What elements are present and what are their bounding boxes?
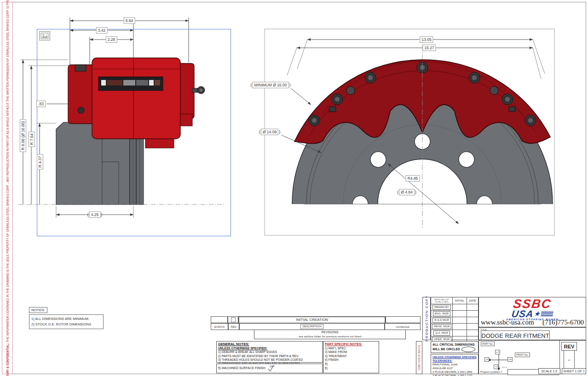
part-notes-title: PART SPECIFIC NOTES: [325, 342, 377, 347]
notes-title: NOTES: [29, 307, 47, 313]
axis-minus-y: -Y [494, 365, 498, 369]
paren-open: ( [87, 212, 89, 217]
paren-close: ) [101, 212, 102, 217]
general-notes-title: GENERAL NOTES: [218, 342, 321, 347]
dim-front-min-dia: ( MINIMUM Ø 16.00 ) [251, 82, 291, 88]
part-specific-notes: PART SPECIFIC NOTES: 1) MAT'L SPEC: 2) M… [323, 341, 379, 373]
engineering-drawing-page: 6.84 3.42 2.28 .83 R 8.00 (Ø 16.00) R 7.… [0, 0, 588, 376]
note-line-1: 1) ALL DIMENSIONS ARE MINIMUM. [31, 316, 101, 322]
dim-front-radius: R4.85 [406, 175, 420, 182]
dim-side-radius-inner: R 4.37 [37, 154, 43, 169]
approvals-initial-header: INITIAL [453, 297, 467, 304]
rev-date-value [386, 316, 421, 323]
print-no-label: PRINT No. [515, 353, 530, 357]
approval-row: Q.A. MGR [431, 330, 478, 336]
production-copy-strip: PRODUCTION COPY [422, 297, 431, 340]
approval-row: R & D MGR [431, 317, 478, 323]
rev-desc-value: INITIAL CREATION [238, 316, 386, 323]
rev-ecr-value [211, 316, 228, 323]
general-note-2: 2) PARTS MUST BE IDENTIFIED BY THEIR PAR… [218, 354, 321, 359]
axis-plus-x: +X [507, 357, 513, 362]
revisions-table: - INITIAL CREATION ECR/CA REV DESCRIPTIO… [211, 316, 421, 330]
project-location-label: Project Location > [480, 370, 502, 373]
note-line-2: 2) STOCK O.E. ROTOR DIMENSIONS [31, 322, 101, 327]
dim-front-width-overall: 15.27 [422, 45, 436, 51]
part-note-3: 3) TREATMENT: [325, 354, 377, 359]
critical-dims-box: ALL CRITICAL DIMENSIONS WILL BE CIRCLED [431, 341, 478, 353]
approval-initial-cell[interactable] [453, 324, 467, 330]
title-row: TITLE: DODGE REAR FITMENT [478, 327, 586, 340]
part-note-2: 2) MAKE FROM: [325, 350, 377, 354]
tolerance-2place: 2 PLACE DECIMAL ±.010 [.254] [432, 370, 477, 374]
part-note-1: 1) MAT'L SPEC: [325, 347, 377, 351]
approval-initial-cell[interactable] [453, 311, 467, 317]
rev-desc-header: DESCRIPTION [239, 323, 385, 330]
axes-widget: +Y -X +X -Y xxx-xx [484, 350, 516, 371]
general-note-1: 1) DEBURR & BREAK ALL SHARP EDGES [218, 350, 321, 354]
revisions-banner: REVISIONS - see archive folder for previ… [254, 330, 406, 339]
rev-rev-header: REV [228, 323, 239, 330]
approvals-date-header: DATE [467, 297, 478, 304]
rev-ecr-header: ECR/CA [211, 323, 228, 330]
rev-rev-value: - [228, 316, 238, 323]
dim-side-offset: .83 [36, 101, 46, 107]
sheet-box: SHEET 1 OF 1 [562, 368, 586, 374]
dim-front-rotor-dia: ( Ø 14.09 ) [259, 129, 280, 135]
approval-row: ENG. MGR [431, 310, 478, 317]
part-note-5: 5) [325, 362, 377, 366]
general-notes-subtitle: UNLESS OTHERWISE SPECIFIED: [218, 347, 321, 351]
tolerance-angular: ANGULAR ±1/2° [432, 366, 477, 370]
axis-code: xxx-xx [502, 366, 507, 368]
dim-side-radius-mid: R 7.64 [29, 131, 35, 147]
part-no-label: PART No. [481, 342, 495, 346]
approval-initial-cell[interactable] [453, 330, 467, 336]
tolerance-fractional: FRACTIONAL ±1/64 [432, 363, 477, 366]
axis-minus-x: -X [484, 357, 489, 362]
sheet-standard-strip: SSBC SIZE-B [REV-0] [416, 341, 422, 374]
logo-block: SSBC USA ★ AMERICAN STOPPING POWER www.s… [478, 297, 586, 327]
dim-side-half-width: 3.42 [96, 27, 108, 34]
revisions-banner-note: - see archive folder for previous revisi… [254, 334, 405, 338]
dim-front-width-caliper: 13.05 [420, 36, 433, 43]
logo-star-icon: ★ [534, 310, 541, 318]
approval-initial-cell[interactable] [453, 304, 467, 310]
rev-label-box: REV [561, 342, 577, 351]
part-note-4: 4) FINISH: [325, 358, 377, 362]
tolerances-box: UNLESS OTHERWISE SPECIFIED TOLERANCES: F… [431, 354, 478, 374]
dim-side-inner-width: 2.28 [106, 36, 117, 43]
general-notes: GENERAL NOTES: UNLESS OTHERWISE SPECIFIE… [216, 341, 323, 363]
approvals-table: -APPROVALS BY- -INITIAL & DATE- INITIAL … [431, 297, 478, 340]
general-note-3: 3) THREADED HOLES SHOULD NOT BE POWDER-C… [218, 358, 321, 362]
revisions-banner-title: REVISIONS [254, 330, 405, 334]
proprietary-strip: PROPRIETARY & CONFIDENTIAL: THE INFORMAT… [2, 2, 13, 374]
general-note-5: 5) MACHINED SURFACE FINISH: [218, 366, 266, 370]
rev-date-header: mo/da/year [385, 323, 421, 330]
rev-value-box: - [564, 350, 575, 369]
notes-body: 1) ALL DIMENSIONS ARE MINIMUM. 2) STOCK … [29, 314, 104, 329]
ssbc-usa-logo: USA ★ [478, 310, 587, 318]
image-placeholder-icon [39, 31, 50, 40]
speed-lines-icon [541, 312, 553, 316]
dim-front-center-dia: ( Ø 4.84 ) [397, 189, 416, 195]
general-notes-finish: 5) MACHINED SURFACE FINISH: 125 [216, 364, 323, 373]
approvals-note: -APPROVALS BY- -INITIAL & DATE- [431, 297, 453, 304]
proprietary-text: PROPRIETARY & CONFIDENTIAL: THE INFORMAT… [6, 0, 9, 376]
tolerance-3place: 3 PLACE DECIMAL ±.005 [.127] [432, 374, 477, 376]
circle-indicator [461, 347, 475, 352]
axis-plus-y: +Y [495, 350, 500, 354]
dim-side-radius-outer: R 8.00 (Ø 16.00) [20, 119, 26, 152]
approval-initial-cell[interactable] [453, 317, 467, 323]
approval-row: PROD. MGR [431, 323, 478, 330]
drawing-title: DODGE REAR FITMENT [481, 330, 550, 341]
approval-row: DRAWN BY [431, 304, 478, 310]
part-note-6: 6) [325, 366, 377, 370]
dim-side-hat-width: ( 4.25 ) [87, 211, 103, 218]
scale-box: SCALE 1:2 [538, 368, 560, 374]
dim-side-overall-width: 6.84 [124, 17, 135, 24]
surface-finish-icon: 125 [267, 365, 275, 372]
phone-number: (716)775-6700 [542, 319, 584, 326]
website-link[interactable]: www.ssbc-usa.com [481, 319, 534, 326]
